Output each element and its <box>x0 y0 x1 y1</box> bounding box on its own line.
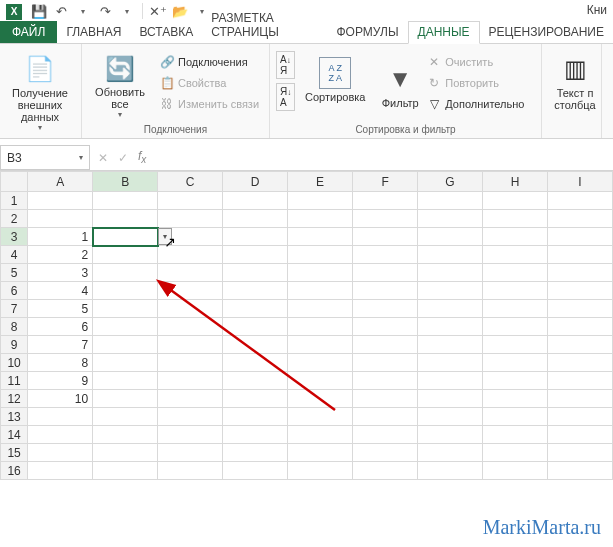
cell-A5[interactable]: 3 <box>28 264 93 282</box>
cell-B7[interactable] <box>93 300 158 318</box>
cell-B9[interactable] <box>93 336 158 354</box>
cell-F9[interactable] <box>353 336 418 354</box>
cell-H1[interactable] <box>483 192 548 210</box>
open-button[interactable]: 📂 <box>170 1 190 21</box>
cancel-formula-icon[interactable]: ✕ <box>98 151 108 165</box>
tab-file[interactable]: ФАЙЛ <box>0 21 57 43</box>
cell-E3[interactable] <box>288 228 353 246</box>
row-header-13[interactable]: 13 <box>1 408 28 426</box>
cell-H8[interactable] <box>483 318 548 336</box>
cell-B15[interactable] <box>93 444 158 462</box>
cell-D9[interactable] <box>223 336 288 354</box>
cell-A13[interactable] <box>28 408 93 426</box>
cell-D7[interactable] <box>223 300 288 318</box>
cell-D8[interactable] <box>223 318 288 336</box>
cell-C15[interactable] <box>158 444 223 462</box>
cell-I12[interactable] <box>547 390 612 408</box>
cell-F2[interactable] <box>353 210 418 228</box>
cell-E4[interactable] <box>288 246 353 264</box>
cell-B4[interactable] <box>93 246 158 264</box>
cell-D5[interactable] <box>223 264 288 282</box>
sort-button[interactable]: A ZZ A Сортировка <box>301 51 369 103</box>
cell-C10[interactable] <box>158 354 223 372</box>
cell-G1[interactable] <box>418 192 483 210</box>
row-header-5[interactable]: 5 <box>1 264 28 282</box>
connections-button[interactable]: 🔗 Подключения <box>158 54 261 70</box>
cell-H5[interactable] <box>483 264 548 282</box>
cell-E1[interactable] <box>288 192 353 210</box>
cell-A2[interactable] <box>28 210 93 228</box>
cell-C5[interactable] <box>158 264 223 282</box>
cell-C9[interactable] <box>158 336 223 354</box>
tab-insert[interactable]: ВСТАВКА <box>130 22 202 43</box>
redo-button[interactable]: ↷ <box>95 1 115 21</box>
row-header-12[interactable]: 12 <box>1 390 28 408</box>
cell-B11[interactable] <box>93 372 158 390</box>
col-header-H[interactable]: H <box>483 172 548 192</box>
cell-C16[interactable] <box>158 462 223 480</box>
cell-G15[interactable] <box>418 444 483 462</box>
fx-icon[interactable]: fx <box>138 149 146 165</box>
cell-I6[interactable] <box>547 282 612 300</box>
cell-A1[interactable] <box>28 192 93 210</box>
col-header-D[interactable]: D <box>223 172 288 192</box>
cell-I9[interactable] <box>547 336 612 354</box>
cell-I8[interactable] <box>547 318 612 336</box>
cell-E10[interactable] <box>288 354 353 372</box>
cell-E2[interactable] <box>288 210 353 228</box>
cell-H14[interactable] <box>483 426 548 444</box>
name-box[interactable]: B3 ▾ <box>0 145 90 170</box>
cell-E8[interactable] <box>288 318 353 336</box>
enter-formula-icon[interactable]: ✓ <box>118 151 128 165</box>
clear-filter-button[interactable]: ✕ Очистить <box>425 54 526 70</box>
cell-D15[interactable] <box>223 444 288 462</box>
cell-G2[interactable] <box>418 210 483 228</box>
refresh-all-button[interactable]: 🔄 Обновить все ▾ <box>88 47 152 119</box>
cell-I10[interactable] <box>547 354 612 372</box>
cell-A10[interactable]: 8 <box>28 354 93 372</box>
row-header-14[interactable]: 14 <box>1 426 28 444</box>
cell-H6[interactable] <box>483 282 548 300</box>
cell-F6[interactable] <box>353 282 418 300</box>
cell-G9[interactable] <box>418 336 483 354</box>
row-header-4[interactable]: 4 <box>1 246 28 264</box>
row-header-11[interactable]: 11 <box>1 372 28 390</box>
cell-H16[interactable] <box>483 462 548 480</box>
touch-mode-button[interactable]: ✕⁺ <box>148 1 168 21</box>
cell-I16[interactable] <box>547 462 612 480</box>
cell-F10[interactable] <box>353 354 418 372</box>
cell-G13[interactable] <box>418 408 483 426</box>
cell-C13[interactable] <box>158 408 223 426</box>
col-header-C[interactable]: C <box>158 172 223 192</box>
cell-C11[interactable] <box>158 372 223 390</box>
cell-H2[interactable] <box>483 210 548 228</box>
cell-A9[interactable]: 7 <box>28 336 93 354</box>
tab-review[interactable]: РЕЦЕНЗИРОВАНИЕ <box>480 22 613 43</box>
cell-E9[interactable] <box>288 336 353 354</box>
sort-asc-button[interactable]: А↓Я <box>276 51 295 79</box>
cell-H7[interactable] <box>483 300 548 318</box>
tab-page-layout[interactable]: РАЗМЕТКА СТРАНИЦЫ <box>202 8 327 43</box>
cell-D12[interactable] <box>223 390 288 408</box>
cell-H3[interactable] <box>483 228 548 246</box>
cell-D4[interactable] <box>223 246 288 264</box>
get-external-data-button[interactable]: 📄 Получение внешних данных ▾ <box>6 47 74 132</box>
row-header-7[interactable]: 7 <box>1 300 28 318</box>
spreadsheet-grid[interactable]: ABCDEFGHI1231425364758697108119121013141… <box>0 171 613 480</box>
formula-bar[interactable] <box>154 145 613 170</box>
cell-I11[interactable] <box>547 372 612 390</box>
cell-A7[interactable]: 5 <box>28 300 93 318</box>
cell-B6[interactable] <box>93 282 158 300</box>
cell-F13[interactable] <box>353 408 418 426</box>
cell-B13[interactable] <box>93 408 158 426</box>
row-header-2[interactable]: 2 <box>1 210 28 228</box>
save-button[interactable]: 💾 <box>29 1 49 21</box>
cell-E16[interactable] <box>288 462 353 480</box>
cell-I3[interactable] <box>547 228 612 246</box>
cell-C2[interactable] <box>158 210 223 228</box>
cell-I13[interactable] <box>547 408 612 426</box>
cell-B14[interactable] <box>93 426 158 444</box>
cell-I5[interactable] <box>547 264 612 282</box>
sort-desc-button[interactable]: Я↓А <box>276 83 295 111</box>
cell-G14[interactable] <box>418 426 483 444</box>
